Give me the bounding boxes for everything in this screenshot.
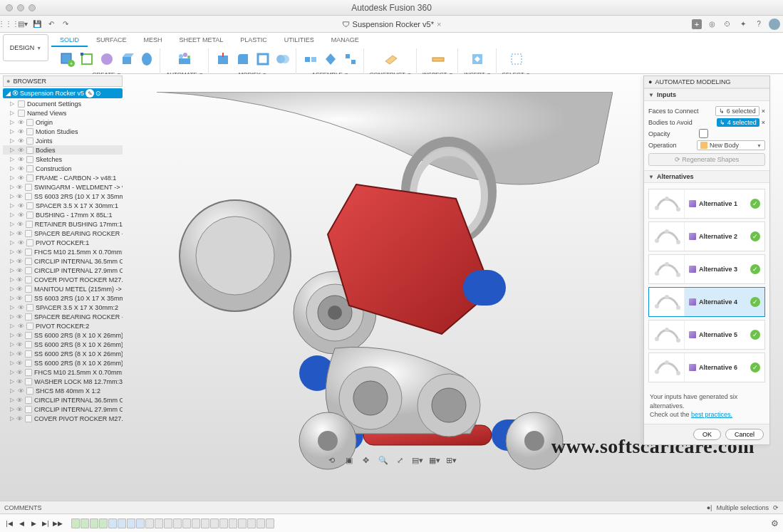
- expand-icon[interactable]: ▷: [10, 295, 14, 301]
- new-tab-icon[interactable]: +: [692, 19, 702, 29]
- visibility-icon[interactable]: 👁: [18, 128, 24, 135]
- expand-icon[interactable]: ▷: [10, 100, 16, 107]
- collapse-inputs-icon[interactable]: ▼: [648, 92, 654, 98]
- best-practices-link[interactable]: best practices.: [691, 411, 732, 418]
- visibility-icon[interactable]: 👁: [16, 341, 23, 348]
- browser-component[interactable]: ▷👁CIRCLIP INTERNAL 36.5mm OD:1: [3, 256, 123, 266]
- visibility-icon[interactable]: 👁: [17, 221, 24, 228]
- browser-component[interactable]: ▷👁FHCS M10 21.5mm X 0.70mm:3: [3, 367, 123, 377]
- browser-component[interactable]: ▷👁BUSHING - 17mm X 85L:1: [3, 210, 123, 219]
- alternative-card[interactable]: Alternative 5✓: [648, 320, 765, 350]
- browser-component[interactable]: ▷👁COVER PIVOT ROCKER M27.9 X ...: [3, 414, 123, 423]
- timeline-step[interactable]: [229, 518, 237, 528]
- browser-component[interactable]: ▷👁CIRCLIP INTERNAL 27.9mm OD:1: [3, 266, 123, 275]
- tab-solid[interactable]: SOLID: [51, 34, 88, 47]
- cancel-button[interactable]: Cancel: [725, 429, 764, 440]
- browser-component[interactable]: ▷👁SS 6000 2RS (8 X 10 X 26mm):6: [3, 358, 123, 367]
- ok-button[interactable]: OK: [693, 429, 721, 440]
- zoom-window-icon[interactable]: [28, 4, 36, 11]
- expand-icon[interactable]: ▷: [10, 397, 14, 403]
- alternative-card[interactable]: Alternative 3✓: [648, 254, 765, 284]
- timeline-step[interactable]: [266, 518, 274, 528]
- fillet-icon[interactable]: [234, 51, 252, 68]
- expand-icon[interactable]: ▷: [10, 147, 16, 153]
- browser-root[interactable]: ◢ ⦿ Suspension Rocker v5 ✎ ⊙: [3, 88, 123, 98]
- timeline-step[interactable]: [173, 518, 182, 528]
- expand-icon[interactable]: ▷: [10, 193, 14, 199]
- minimize-window-icon[interactable]: [17, 4, 24, 11]
- expand-icon[interactable]: ▷: [10, 369, 14, 375]
- browser-component[interactable]: ▷👁SHCS M8 40mm X 1:2: [3, 386, 123, 395]
- shell-icon[interactable]: [254, 51, 271, 68]
- bodies-selection-chip[interactable]: ↳ 4 selected: [717, 118, 759, 127]
- visibility-icon[interactable]: 👁: [16, 397, 23, 404]
- timeline-step[interactable]: [136, 518, 145, 528]
- panel-header[interactable]: ● AUTOMATED MODELING: [644, 76, 769, 88]
- browser-component[interactable]: ▷👁WASHER LOCK M8 12.7mm:3: [3, 377, 123, 386]
- activate-pencil-icon[interactable]: ✎: [85, 89, 94, 98]
- comments-toggle-icon[interactable]: ●|: [707, 504, 712, 511]
- user-avatar[interactable]: [769, 19, 780, 30]
- form-icon[interactable]: [98, 51, 115, 68]
- timeline-start-icon[interactable]: |◀: [4, 518, 14, 528]
- expand-icon[interactable]: ▷: [10, 286, 14, 292]
- visibility-icon[interactable]: 👁: [16, 276, 23, 283]
- visibility-icon[interactable]: 👁: [16, 193, 23, 200]
- app-grid-icon[interactable]: ⋮⋮⋮: [3, 19, 14, 30]
- expand-icon[interactable]: ▷: [10, 313, 14, 320]
- tab-utilities[interactable]: UTILITIES: [276, 34, 323, 47]
- visibility-icon[interactable]: 👁: [16, 332, 23, 339]
- browser-component[interactable]: ▷👁SPACER 3.5 X 17 X 30mm:1: [3, 201, 123, 210]
- expand-icon[interactable]: ▷: [10, 360, 14, 366]
- visibility-icon[interactable]: 👁: [16, 313, 23, 320]
- new-component-icon[interactable]: +: [58, 51, 76, 68]
- expand-icon[interactable]: ▷: [10, 239, 16, 246]
- visibility-icon[interactable]: 👁: [16, 350, 23, 358]
- browser-folder[interactable]: ▷Document Settings: [3, 99, 123, 108]
- expand-icon[interactable]: ▷: [10, 378, 14, 385]
- clear-bodies-icon[interactable]: ×: [762, 119, 765, 126]
- visibility-icon[interactable]: 👁: [16, 406, 23, 413]
- expand-icon[interactable]: ▷: [10, 202, 16, 209]
- automate-icon[interactable]: [176, 51, 193, 68]
- expand-icon[interactable]: ▷: [10, 341, 14, 348]
- browser-folder[interactable]: ▷👁Joints: [3, 136, 123, 145]
- visibility-icon[interactable]: 👁: [18, 147, 24, 154]
- browser-component[interactable]: ▷👁SPACER 3.5 X 17 X 30mm:2: [3, 303, 123, 312]
- timeline-step[interactable]: [219, 518, 228, 528]
- visibility-icon[interactable]: 👁: [16, 184, 23, 191]
- measure-icon[interactable]: [430, 51, 447, 68]
- alternative-card[interactable]: Alternative 1✓: [648, 189, 765, 219]
- browser-component[interactable]: ▷👁SS 6003 2RS (10 X 17 X 35mm):1: [3, 192, 123, 201]
- visibility-icon[interactable]: 👁: [16, 258, 23, 265]
- visibility-icon[interactable]: 👁: [16, 369, 23, 376]
- expand-icon[interactable]: ▷: [10, 249, 14, 255]
- visibility-icon[interactable]: 👁: [16, 378, 23, 385]
- timeline-play-icon[interactable]: ▶: [28, 518, 38, 528]
- browser-folder[interactable]: ▷👁Motion Studies: [3, 127, 123, 136]
- workspace-viewport[interactable]: ● BROWSER ◢ ⦿ Suspension Rocker v5 ✎ ⊙ ▷…: [0, 74, 783, 501]
- expand-icon[interactable]: ▷: [10, 406, 14, 412]
- visibility-icon[interactable]: 👁: [18, 323, 24, 330]
- browser-header[interactable]: ● BROWSER: [3, 75, 123, 87]
- timeline-step[interactable]: [201, 518, 209, 528]
- browser-component[interactable]: ▷👁SWINGARM - WELDMENT -> v3...: [3, 182, 123, 192]
- visibility-icon[interactable]: 👁: [16, 286, 23, 293]
- expand-icon[interactable]: ▷: [10, 258, 14, 264]
- collapse-alts-icon[interactable]: ▼: [648, 174, 654, 180]
- visibility-icon[interactable]: 👁: [16, 360, 23, 367]
- pan-icon[interactable]: ✥: [360, 454, 373, 466]
- expand-icon[interactable]: ▷: [10, 110, 16, 116]
- timeline-step[interactable]: [182, 518, 191, 528]
- viewport-icon[interactable]: ⊞▾: [445, 454, 458, 466]
- visibility-icon[interactable]: 👁: [18, 174, 24, 182]
- timeline-step[interactable]: [90, 518, 98, 528]
- timeline-step[interactable]: [127, 518, 135, 528]
- expand-icon[interactable]: ▷: [10, 267, 14, 273]
- document-tab[interactable]: 🛡 Suspension Rocker v5* ×: [342, 20, 442, 28]
- timeline-step[interactable]: [210, 518, 219, 528]
- browser-component[interactable]: ▷👁CIRCLIP INTERNAL 36.5mm OD:2: [3, 395, 123, 405]
- browser-component[interactable]: ▷👁PIVOT ROCKER:2: [3, 321, 123, 330]
- visibility-icon[interactable]: 👁: [18, 165, 24, 172]
- fit-icon[interactable]: ⤢: [394, 454, 407, 466]
